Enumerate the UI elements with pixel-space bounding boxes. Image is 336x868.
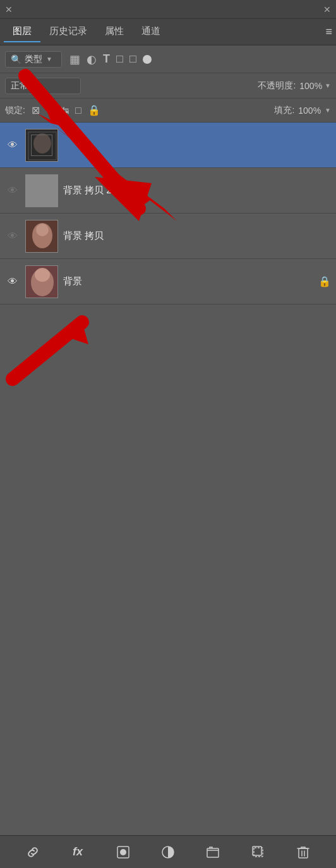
expand-button[interactable]: ✕ bbox=[323, 4, 331, 15]
tab-channels[interactable]: 通道 bbox=[133, 21, 169, 42]
filter-shape-icon[interactable]: □ bbox=[116, 52, 123, 66]
layer-name: 背景 拷贝 bbox=[63, 230, 331, 242]
canvas-area bbox=[0, 304, 336, 835]
adjustment-layer-button[interactable] bbox=[157, 841, 179, 864]
blend-row: 正常 ▼ 不透明度: 100% ▼ bbox=[0, 73, 336, 99]
layers-list: 👁 👁 背景 拷贝 2 👁 bbox=[0, 123, 336, 304]
delete-layer-button[interactable] bbox=[292, 841, 315, 864]
layer-lock-icon: 🔒 bbox=[318, 275, 331, 287]
fill-value[interactable]: 100% bbox=[298, 105, 321, 116]
lock-pixels-icon[interactable]: ⊠ bbox=[32, 104, 40, 116]
svg-point-15 bbox=[120, 849, 126, 855]
filter-row: 🔍 类型 ▼ ▦ ◐ T □ □ bbox=[0, 45, 336, 73]
tab-properties[interactable]: 属性 bbox=[96, 21, 133, 42]
filter-circle-icon[interactable] bbox=[143, 55, 152, 64]
layer-thumbnail bbox=[25, 174, 58, 207]
layer-visibility-toggle[interactable]: 👁 bbox=[5, 185, 20, 196]
layer-visibility-toggle[interactable]: 👁 bbox=[5, 276, 20, 287]
filter-dropdown-label: 类型 bbox=[25, 54, 42, 65]
layer-thumbnail bbox=[25, 129, 58, 162]
lock-all-icon[interactable]: 🔒 bbox=[88, 104, 100, 116]
fill-label: 填充: bbox=[274, 105, 294, 116]
layer-item[interactable]: 👁 背景 拷贝 bbox=[0, 214, 336, 259]
new-group-button[interactable] bbox=[201, 841, 224, 864]
lock-icons-group: ⊠ ✚ ↹ □ 🔒 bbox=[32, 104, 100, 116]
svg-rect-2 bbox=[28, 132, 56, 160]
lock-row: 锁定: ⊠ ✚ ↹ □ 🔒 填充: 100% ▼ bbox=[0, 99, 336, 123]
opacity-value-text: 100% bbox=[299, 81, 322, 91]
layer-thumbnail bbox=[25, 265, 58, 298]
svg-rect-20 bbox=[299, 848, 308, 858]
opacity-arrow[interactable]: ▼ bbox=[325, 82, 331, 89]
tab-history[interactable]: 历史记录 bbox=[40, 21, 96, 42]
opacity-label: 不透明度: bbox=[258, 80, 296, 92]
blend-mode-label: 正常 bbox=[11, 80, 28, 92]
layer-visibility-toggle[interactable]: 👁 bbox=[5, 140, 20, 151]
svg-rect-0 bbox=[26, 130, 58, 162]
filter-type-dropdown[interactable]: 🔍 类型 ▼ bbox=[5, 51, 62, 68]
tab-layers[interactable]: 图层 bbox=[4, 21, 40, 42]
lock-artboard-icon[interactable]: ↹ bbox=[61, 104, 69, 116]
filter-smart-icon[interactable]: □ bbox=[129, 52, 136, 66]
filter-text-icon[interactable]: T bbox=[103, 52, 110, 66]
bottom-toolbar: fx bbox=[0, 835, 336, 868]
opacity-value-group[interactable]: 100% ▼ bbox=[299, 81, 331, 91]
layer-item[interactable]: 👁 bbox=[0, 123, 336, 168]
close-button[interactable]: ✕ bbox=[5, 4, 13, 15]
layer-item[interactable]: 👁 背景 拷贝 2 bbox=[0, 168, 336, 214]
add-mask-button[interactable] bbox=[112, 841, 135, 864]
fill-section: 填充: 100% ▼ bbox=[274, 105, 331, 116]
svg-point-6 bbox=[36, 224, 49, 236]
lock-image-icon[interactable]: □ bbox=[75, 105, 81, 116]
lock-position-icon[interactable]: ✚ bbox=[46, 104, 54, 116]
layer-name: 背景 bbox=[63, 275, 313, 287]
svg-point-9 bbox=[35, 268, 50, 282]
link-layers-button[interactable] bbox=[21, 841, 44, 864]
layer-item[interactable]: 👁 背景 🔒 bbox=[0, 259, 336, 304]
blend-mode-dropdown[interactable]: 正常 ▼ bbox=[5, 78, 81, 94]
blend-mode-arrow: ▼ bbox=[32, 82, 39, 89]
lock-label: 锁定: bbox=[5, 105, 25, 116]
svg-rect-3 bbox=[26, 175, 58, 207]
layer-name: 背景 拷贝 2 bbox=[63, 184, 331, 196]
opacity-section: 不透明度: 100% ▼ bbox=[258, 80, 331, 92]
layer-visibility-toggle[interactable]: 👁 bbox=[5, 231, 20, 242]
tabs-row: 图层 历史记录 属性 通道 ≡ bbox=[0, 19, 336, 45]
search-icon: 🔍 bbox=[11, 54, 21, 64]
filter-dropdown-arrow: ▼ bbox=[46, 56, 52, 63]
panel-menu-icon[interactable]: ≡ bbox=[325, 25, 332, 39]
new-layer-button[interactable] bbox=[247, 841, 270, 864]
fill-arrow[interactable]: ▼ bbox=[325, 107, 331, 114]
svg-rect-17 bbox=[207, 848, 219, 857]
filter-icons-group: ▦ ◐ T □ □ bbox=[69, 52, 152, 66]
layer-thumbnail bbox=[25, 220, 58, 253]
title-bar: ✕ ✕ bbox=[0, 0, 336, 19]
filter-adjust-icon[interactable]: ◐ bbox=[87, 52, 97, 66]
filter-image-icon[interactable]: ▦ bbox=[69, 52, 80, 66]
svg-point-1 bbox=[33, 133, 51, 154]
fx-button[interactable]: fx bbox=[66, 841, 89, 864]
